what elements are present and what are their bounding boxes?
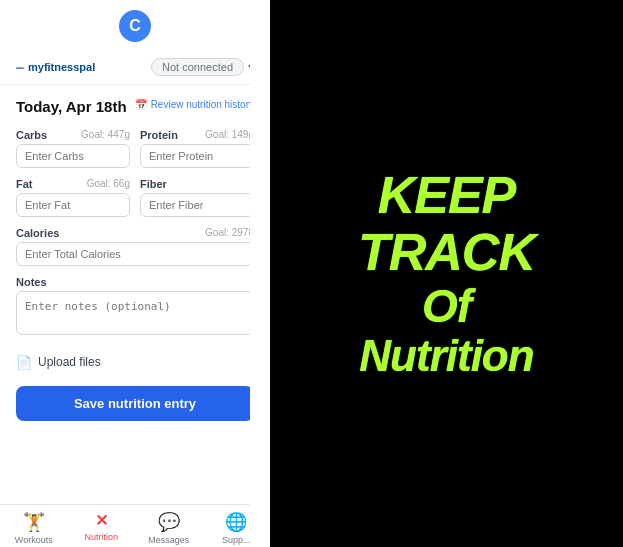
save-nutrition-button[interactable]: Save nutrition entry bbox=[16, 386, 254, 421]
notes-section: Notes bbox=[16, 276, 254, 339]
fiber-label: Fiber bbox=[140, 178, 167, 190]
calories-goal: Goal: 2978 bbox=[205, 227, 254, 238]
mfp-logo: ⏤ myfitnesspal bbox=[16, 60, 95, 75]
workouts-icon: 🏋 bbox=[23, 511, 45, 533]
calories-label: Calories bbox=[16, 227, 59, 239]
date-title: Today, Apr 18th bbox=[16, 97, 127, 117]
mfp-logo-icon: ⏤ bbox=[16, 60, 24, 75]
protein-label: Protein bbox=[140, 129, 178, 141]
promo-line-nutrition: Nutrition bbox=[358, 332, 535, 380]
carbs-label: Carbs bbox=[16, 129, 47, 141]
chevron-down-icon[interactable]: ▾ bbox=[248, 60, 254, 74]
nav-item-support[interactable]: 🌐 Supp... bbox=[203, 511, 271, 545]
notes-input[interactable] bbox=[16, 291, 254, 335]
fat-label: Fat bbox=[16, 178, 33, 190]
date-header: Today, Apr 18th 📅 Review nutrition histo… bbox=[16, 97, 254, 117]
nutrition-grid: Carbs Goal: 447g Protein Goal: 149g Fat … bbox=[16, 129, 254, 217]
left-panel: C ⏤ myfitnesspal Not connected ▾ Today, … bbox=[0, 0, 270, 547]
nav-label-support: Supp... bbox=[222, 535, 251, 545]
fiber-label-row: Fiber bbox=[140, 178, 254, 190]
support-icon: 🌐 bbox=[225, 511, 247, 533]
app-header: C bbox=[0, 0, 270, 50]
app-logo: C bbox=[119, 10, 151, 42]
messages-icon: 💬 bbox=[158, 511, 180, 533]
upload-row[interactable]: 📄 Upload files bbox=[16, 349, 254, 376]
protein-input[interactable] bbox=[140, 144, 254, 168]
carbs-label-row: Carbs Goal: 447g bbox=[16, 129, 130, 141]
notes-label: Notes bbox=[16, 276, 254, 288]
calories-header: Calories Goal: 2978 bbox=[16, 227, 254, 239]
nutrition-icon: ✕ bbox=[95, 511, 108, 530]
promo-line-track: TRACK bbox=[358, 224, 535, 281]
fiber-field: Fiber bbox=[140, 178, 254, 217]
nav-item-workouts[interactable]: 🏋 Workouts bbox=[0, 511, 68, 545]
mfp-logo-text: myfitnesspal bbox=[28, 61, 95, 73]
promo-line-keep: KEEP bbox=[358, 167, 535, 224]
review-nutrition-link[interactable]: 📅 Review nutrition history bbox=[135, 99, 254, 110]
nav-label-workouts: Workouts bbox=[15, 535, 53, 545]
content-area: Today, Apr 18th 📅 Review nutrition histo… bbox=[0, 85, 270, 504]
app-logo-char: C bbox=[129, 17, 141, 35]
calories-input[interactable] bbox=[16, 242, 254, 266]
carbs-field: Carbs Goal: 447g bbox=[16, 129, 130, 168]
fat-field: Fat Goal: 66g bbox=[16, 178, 130, 217]
right-panel: KEEP TRACK Of Nutrition bbox=[270, 0, 623, 547]
promo-text: KEEP TRACK Of Nutrition bbox=[358, 167, 535, 380]
mfp-status-badge: Not connected bbox=[151, 58, 244, 76]
carbs-input[interactable] bbox=[16, 144, 130, 168]
fat-label-row: Fat Goal: 66g bbox=[16, 178, 130, 190]
calendar-icon: 📅 bbox=[135, 99, 147, 110]
protein-goal: Goal: 149g bbox=[205, 129, 254, 140]
protein-field: Protein Goal: 149g bbox=[140, 129, 254, 168]
mfp-status-row[interactable]: Not connected ▾ bbox=[151, 58, 254, 76]
fiber-input[interactable] bbox=[140, 193, 254, 217]
nav-label-messages: Messages bbox=[148, 535, 189, 545]
bottom-nav: 🏋 Workouts ✕ Nutrition 💬 Messages 🌐 Supp… bbox=[0, 504, 270, 547]
protein-label-row: Protein Goal: 149g bbox=[140, 129, 254, 141]
nav-label-nutrition: Nutrition bbox=[84, 532, 118, 542]
promo-line-of: Of bbox=[358, 281, 535, 332]
calories-section: Calories Goal: 2978 bbox=[16, 227, 254, 266]
nav-item-nutrition[interactable]: ✕ Nutrition bbox=[68, 511, 136, 545]
nav-item-messages[interactable]: 💬 Messages bbox=[135, 511, 203, 545]
review-link-text: Review nutrition history bbox=[151, 99, 254, 110]
carbs-goal: Goal: 447g bbox=[81, 129, 130, 140]
upload-label: Upload files bbox=[38, 355, 101, 369]
upload-icon: 📄 bbox=[16, 355, 32, 370]
fat-goal: Goal: 66g bbox=[87, 178, 130, 189]
mfp-row: ⏤ myfitnesspal Not connected ▾ bbox=[0, 50, 270, 85]
fat-input[interactable] bbox=[16, 193, 130, 217]
